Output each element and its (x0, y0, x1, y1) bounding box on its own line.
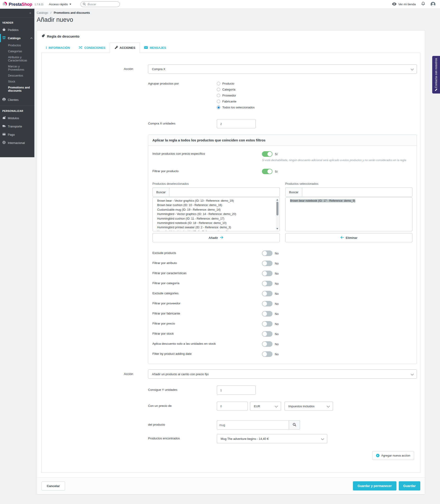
contact-tab[interactable]: Contacta con nosotros (432, 56, 440, 94)
sidebar-item-modulos[interactable]: Módulos (0, 114, 34, 122)
list-item[interactable]: Hummingbird printed t-shirt (ID: 1 - Ref… (153, 230, 280, 231)
action1-select[interactable]: Compra X (148, 64, 417, 74)
search-input[interactable] (81, 1, 120, 7)
sidebar-item-catalogo[interactable]: Catálogo (0, 34, 34, 42)
toggle-switch[interactable] (262, 331, 273, 337)
toggle-switch[interactable] (262, 311, 273, 317)
unselected-products-column: Productos deseleccionados Buscar Brown b… (152, 182, 280, 242)
sidebar-subitem-descuentos[interactable]: Descuentos (0, 73, 34, 79)
sidebar-subitem-promotions[interactable]: Promotions and discounts (0, 84, 34, 94)
tab-mensajes[interactable]: MENSAJES (140, 42, 170, 53)
toggle-state: No (275, 272, 279, 275)
unselected-products-list[interactable]: Brown bear - Vector graphics (ID: 13 - R… (152, 197, 280, 231)
sidebar-item-pago[interactable]: Pago (0, 130, 34, 139)
list-item[interactable]: Hummingbird cushion (ID: 11 - Reference:… (153, 217, 280, 221)
products-found-select[interactable]: Mug The adventure begins - 14,40 € (217, 434, 327, 443)
tax-select[interactable]: Impuestos incluidos (284, 402, 333, 411)
notifications-bell-icon[interactable] (421, 2, 425, 7)
scroll-thumb[interactable] (276, 202, 278, 215)
list-scrollbar[interactable] (276, 198, 279, 230)
radio-label: Todos los seleccionados (222, 106, 255, 109)
sidebar-subitem-stock[interactable]: Stock (0, 79, 34, 84)
sidebar-item-transporte[interactable]: Transporte (0, 122, 34, 130)
toggle-switch[interactable] (262, 351, 273, 357)
list-item[interactable]: Hummingbird notebook (ID: 18 - Reference… (153, 221, 280, 225)
action2-select[interactable]: Añadir un producto al carrito con precio… (148, 369, 417, 379)
sidebar-item-internacional[interactable]: Internacional (0, 139, 34, 147)
toggle-switch[interactable] (262, 291, 273, 296)
toggle-switch[interactable] (262, 341, 273, 347)
product-search-input[interactable] (217, 420, 289, 430)
toggle-switch[interactable] (262, 301, 273, 307)
sidebar-collapse-button[interactable]: « (0, 9, 34, 15)
currency-select[interactable]: EUR (250, 402, 281, 411)
radio-todos-seleccionados[interactable]: Todos los seleccionados (217, 106, 255, 109)
list-item[interactable]: Hummingbird printed sweater (ID: 2 - Ref… (153, 225, 280, 230)
selected-search-input[interactable] (302, 187, 412, 197)
remove-products-button[interactable]: Eliminar (285, 233, 413, 242)
sidebar-item-pedidos[interactable]: Pedidos (0, 26, 34, 34)
list-item[interactable]: Hummingbird - Vector graphics (ID: 14 - … (153, 212, 280, 216)
unselected-search-input[interactable] (169, 187, 280, 197)
toggle-row-filtrar-fabricante: Filtrar por fabricante No (152, 311, 412, 317)
product-search-button[interactable] (289, 420, 300, 430)
group-by-radio-group: Producto Categoría Proveedor (217, 82, 255, 112)
toggle-switch[interactable] (262, 321, 273, 327)
get-y-input[interactable] (217, 386, 256, 395)
list-item[interactable]: Brown bear - Vector graphics (ID: 13 - R… (153, 199, 280, 203)
list-item-selected[interactable]: Brown bear notebook (ID: 17 - Reference:… (286, 199, 412, 203)
selected-search-button[interactable]: Buscar (285, 187, 302, 197)
add-action-button[interactable]: + Agregar nueva accion (372, 451, 414, 460)
caret-down-icon (69, 4, 71, 5)
toggle-switch[interactable] (262, 281, 273, 286)
radio-fabricante[interactable]: Fabricante (217, 100, 255, 103)
select-value: EUR (254, 405, 260, 408)
filter-product-toggle[interactable] (262, 169, 273, 174)
sidebar-subitem-categorias[interactable]: Categorías (0, 48, 34, 54)
quick-access-menu[interactable]: Acceso rápido (49, 2, 71, 6)
list-item[interactable]: Customizable mug (ID: 19 - Reference: de… (153, 208, 280, 212)
include-specific-toggle[interactable] (262, 151, 273, 157)
buy-x-input[interactable] (217, 119, 256, 128)
view-shop-link[interactable]: Ver mi tienda (392, 2, 416, 6)
tab-acciones[interactable]: ACCIONES (110, 42, 140, 53)
radio-categoria[interactable]: Categoría (217, 88, 255, 91)
filter-toggles: Exclude products No Filtrar por atributo… (152, 251, 412, 357)
remove-products-label: Eliminar (346, 236, 358, 239)
price-input[interactable] (217, 402, 248, 411)
scroll-down-arrow[interactable] (276, 228, 278, 229)
toggle-switch[interactable] (262, 261, 273, 266)
toggle-row-filtrar-caracteristicas: Filtrar por características No (152, 271, 412, 276)
user-avatar[interactable] (431, 2, 435, 7)
radio-proveedor[interactable]: Proveedor (217, 94, 255, 97)
actions-form: Acción Compra X Agrupar productos por Pr… (41, 53, 420, 473)
save-button[interactable]: Guardar (399, 481, 420, 490)
cancel-button[interactable]: Cancelar (41, 482, 65, 490)
sidebar-subitem-atributos[interactable]: Atributos y Características (0, 54, 34, 63)
toggle-label: Filtrar por stock (152, 331, 262, 337)
breadcrumb-parent[interactable]: Catálogo (37, 11, 48, 14)
breadcrumb-current[interactable]: Promotions and discounts (54, 11, 90, 14)
tab-condiciones[interactable]: CONDICIONES (74, 42, 110, 53)
envelope-icon (144, 46, 148, 50)
list-item[interactable]: Brown bear cushion (ID: 10 - Reference: … (153, 203, 280, 208)
person-icon (2, 98, 6, 102)
selected-products-list[interactable]: Brown bear notebook (ID: 17 - Reference:… (285, 197, 413, 231)
version-label: 1.7.8.11 (35, 3, 43, 6)
save-and-stay-button[interactable]: Guardar y permanecer (353, 481, 396, 490)
tab-informacion[interactable]: i INFORMACIÓN (41, 42, 74, 53)
toggle-switch[interactable] (262, 251, 273, 256)
add-products-button[interactable]: Añadir (152, 233, 280, 242)
radio-producto[interactable]: Producto (217, 82, 255, 85)
sidebar-item-clientes[interactable]: Clientes (0, 96, 34, 104)
quick-access-label: Acceso rápido (49, 2, 68, 6)
toggle-label: Exclude categories (152, 291, 262, 296)
sidebar-subitem-marcas[interactable]: Marcas y Proveedores (0, 63, 34, 73)
toggle-switch[interactable] (262, 271, 273, 276)
arrow-left-icon (340, 236, 344, 239)
scroll-up-arrow[interactable] (276, 199, 278, 201)
unselected-search-button[interactable]: Buscar (152, 187, 169, 197)
get-y-label: Consigue Y unidades (148, 386, 217, 395)
sidebar-subitem-productos[interactable]: Productos (0, 42, 34, 48)
prestashop-logo: PrestaShop 1.7.8.11 (2, 1, 49, 7)
